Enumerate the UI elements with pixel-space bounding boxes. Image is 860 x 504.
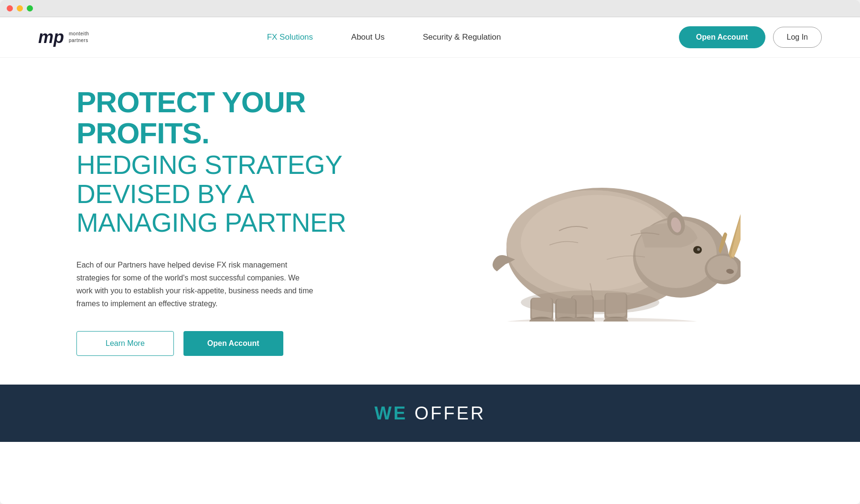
navbar: mp monteith partners FX Solutions About …	[0, 17, 860, 58]
svg-point-25	[497, 318, 707, 322]
browser-window: mp monteith partners FX Solutions About …	[0, 17, 860, 504]
hero-title-line2: HEDGING STRATEGY DEVISED BY A MANAGING P…	[76, 150, 401, 237]
hero-buttons: Learn More Open Account	[76, 331, 401, 356]
nav-link-fx-solutions[interactable]: FX Solutions	[267, 32, 313, 42]
footer-section-title: WE OFFER	[375, 403, 486, 424]
hero-content: PROTECT YOUR PROFITS. HEDGING STRATEGY D…	[76, 86, 401, 356]
learn-more-button[interactable]: Learn More	[76, 331, 174, 356]
nav-link-about-us[interactable]: About Us	[351, 32, 385, 42]
hero-image	[401, 102, 803, 341]
mac-minimize-button[interactable]	[17, 5, 23, 11]
nav-actions: Open Account Log In	[679, 26, 822, 48]
svg-point-24	[521, 290, 659, 314]
hero-section: PROTECT YOUR PROFITS. HEDGING STRATEGY D…	[0, 58, 860, 385]
svg-point-8	[697, 248, 700, 251]
logo[interactable]: mp monteith partners	[38, 29, 89, 46]
logo-icon: mp	[38, 29, 64, 46]
logo-mp-text: mp	[38, 29, 64, 46]
login-button[interactable]: Log In	[773, 27, 822, 48]
hero-description: Each of our Partners have helped devise …	[76, 258, 315, 311]
open-account-button[interactable]: Open Account	[679, 26, 765, 48]
nav-link-security-regulation[interactable]: Security & Regulation	[423, 32, 501, 42]
svg-point-10	[707, 256, 738, 280]
hero-title-line1: PROTECT YOUR PROFITS.	[76, 86, 401, 149]
rhino-illustration	[463, 121, 741, 322]
nav-links: FX Solutions About Us Security & Regulat…	[267, 32, 501, 42]
mac-titlebar	[0, 0, 860, 17]
mac-close-button[interactable]	[7, 5, 13, 11]
open-account-hero-button[interactable]: Open Account	[183, 331, 283, 356]
footer-section: WE OFFER	[0, 385, 860, 442]
mac-maximize-button[interactable]	[27, 5, 33, 11]
logo-company-name: monteith partners	[69, 31, 89, 44]
